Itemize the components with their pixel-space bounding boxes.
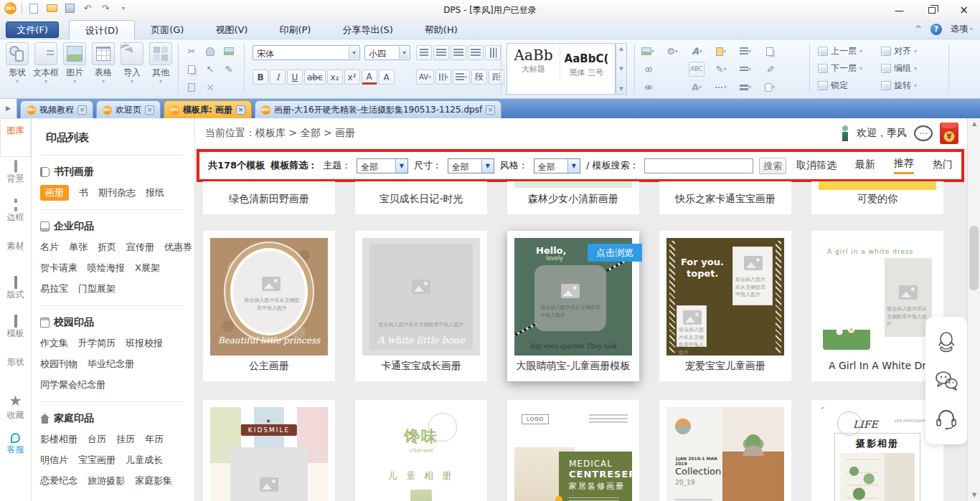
link-baby-album[interactable]: 宝宝画册 [78,454,116,467]
superscript-button[interactable]: x² [344,70,360,85]
menu-help[interactable]: 帮助(H) [409,20,473,39]
menu-share-export[interactable]: 分享导出(S) [326,20,408,39]
strikethrough-button[interactable]: abc [304,70,326,85]
link-postcard[interactable]: 明信片 [40,454,68,467]
template-card-pet-baby[interactable]: For you. topet. 双击插入图片或从左侧图库中拖入图片 双击插入图片… [659,231,791,381]
link-studio-album[interactable]: 影楼相册 [40,433,77,446]
align-justify-button[interactable] [468,45,484,60]
style-preset-heiti[interactable]: AaBbC( 黑体 三号 [560,44,613,82]
menu-view[interactable]: 视图(V) [199,20,263,39]
size-select[interactable]: 全部▼ [448,158,494,173]
rail-item-favorites[interactable]: ★收藏 [0,389,31,428]
subscript-button[interactable]: x₂ [327,70,343,85]
template-card-chanwei[interactable]: 馋味 chanwei 儿 童 相 册 [355,400,487,501]
table-tool-button[interactable]: 表格 ▾ [89,42,118,85]
link-greeting-card[interactable]: 贺卡请柬 [40,262,77,275]
rail-item-material[interactable]: 素材 [0,234,31,273]
sort-newest[interactable]: 最新 [855,158,875,173]
template-search-input[interactable] [644,158,753,173]
link-family-album[interactable]: 家庭影集 [135,474,172,487]
menu-page[interactable]: 页面(G) [135,20,199,39]
style-preset-heading[interactable]: AaBb 大标题 [507,44,560,82]
template-card-cartoon-baby[interactable]: 双击插入图片或从左侧图库中拖入图片 A white little bone 卡通… [355,231,487,381]
menu-design[interactable]: 设计(D) [69,20,135,39]
picture-replace-button[interactable] [221,44,237,59]
minimize-button[interactable]: — [883,0,915,20]
line-color-button[interactable]: ✎▾ [713,62,729,77]
align-left-button[interactable] [416,45,432,60]
collapse-ribbon-button[interactable]: ^ [915,24,922,34]
link-class-paper[interactable]: 班报校报 [126,337,163,350]
image-tool-button[interactable]: 图片 ▾ [60,42,89,85]
rail-item-gallery[interactable]: 图库 [0,118,31,157]
char-spacing-button[interactable]: AV▾ [416,70,434,85]
select-tool-button[interactable]: ↖ [202,62,218,77]
link-x-banner[interactable]: X展架 [135,262,160,275]
paste-button[interactable] [184,80,199,95]
hyperlink-button[interactable]: oo [640,62,656,77]
link-desk-calendar[interactable]: 台历 [88,433,106,446]
template-card-white-dress[interactable]: A girl in a white dress 双击插入图片或从左侧图库中拖入图… [811,231,943,381]
browse-template-button[interactable]: 点击浏览 [588,244,642,262]
link-child-growth[interactable]: 儿童成长 [126,454,163,467]
template-card-princess[interactable]: 双击插入图片或从左侧图库中拖入图片 Beautiful little princ… [203,231,335,381]
scroll-down-button[interactable]: ▼ [968,490,980,501]
import-tool-button[interactable]: 导入 ▾ [118,42,146,85]
columns-button[interactable]: ▾ [453,70,470,85]
link-business-card[interactable]: 名片 [40,241,59,254]
line-spacing-button[interactable]: ▾ [435,70,451,85]
message-bubble-icon[interactable]: ⋯ [914,125,933,141]
vertical-text-button[interactable] [485,45,501,60]
format-brush-button[interactable]: ✎ [762,62,778,77]
textbox-tool-button[interactable]: 文本框 ▾ [32,42,60,85]
link-resume[interactable]: 升学简历 [78,337,116,350]
spacing-settings-button[interactable]: 距 [489,70,504,85]
close-tab-icon[interactable]: × [486,105,495,115]
dash-style-button[interactable]: ▾ [713,80,729,95]
style-select[interactable]: 全部▼ [534,158,580,173]
link-album-active[interactable]: 画册 [40,185,69,201]
link-flyer[interactable]: 单张 [69,241,88,254]
tab-template-library[interactable]: DPS 模板库: 画册 × [164,100,252,118]
link-journal[interactable]: 期刊杂志 [98,186,136,199]
effects-button[interactable]: ⚙▾ [664,44,680,59]
italic-button[interactable]: I [270,70,286,85]
search-button[interactable]: 搜索 [759,158,786,174]
align-right-button[interactable] [451,45,466,60]
template-card[interactable]: 快乐之家卡通宝宝画册 [659,181,791,214]
shape-tool-button[interactable]: 形状 ▾ [3,42,32,85]
link-essay-collection[interactable]: 作文集 [40,337,68,350]
template-card-life[interactable]: LIFE LIFE PHOTOGRAPHY 摄影相册 [811,400,943,501]
rail-item-border[interactable]: 边框 [0,196,31,234]
link-wall-calendar[interactable]: 挂历 [116,433,135,446]
link-campus-publication[interactable]: 校园刊物 [40,358,77,371]
rail-item-layout[interactable]: 版式 [0,273,31,312]
menu-print[interactable]: 印刷(P) [263,20,326,39]
options-button[interactable]: 选项▾ [951,23,973,35]
close-tab-icon[interactable]: × [236,105,245,115]
template-card[interactable]: 绿色清新田野画册 [203,181,335,214]
tab-album-document[interactable]: DPS 画册-大16开硬壳精装-生活摄影集190513-1125.dpsf × [255,100,501,118]
template-card-medical[interactable]: LOGO MEDICAL CENTRESERV 家居装修画册 [507,400,639,501]
link-rollup[interactable]: 易拉宝 [40,282,68,295]
paragraph-settings-button[interactable]: 段 [471,70,487,85]
template-card[interactable]: 森林少女小清新画册 [507,181,639,214]
template-card-big-eyes[interactable]: Hello, lovely 双击插入图片或从左侧图库中拖入图片 Big eyes… [507,231,639,381]
link-love-memorial[interactable]: 恋爱纪念 [40,474,77,487]
link-brochure[interactable]: 宣传册 [126,241,154,254]
style-gallery-scrollbar[interactable]: ▲ ▼ ▼ [616,43,627,95]
template-card[interactable]: 宝贝成长日记-时光 [355,181,487,214]
other-tool-button[interactable]: 其他 ▾ [146,42,175,85]
sort-recommended[interactable]: 推荐 [894,157,914,174]
theme-select[interactable]: 全部▼ [357,158,408,173]
cut-button[interactable]: ✂ [184,44,199,59]
font-size-select[interactable]: 小四 ▾ [364,45,410,60]
breadcrumb[interactable]: 当前位置：模板库 > 全部 > 画册 [205,127,355,140]
copy-style-button[interactable] [762,44,778,59]
close-tab-icon[interactable]: × [145,105,154,115]
template-card-collection[interactable]: 1JAN 2019-1 MAR 2019 Collection 20_19 [659,400,791,501]
collapse-sidebar-button[interactable]: ▶ [0,99,17,118]
qq-icon[interactable] [934,330,958,354]
link-graduation-album[interactable]: 毕业纪念册 [88,358,134,371]
tab-video-tutorial[interactable]: DPS 视频教程 × [20,100,93,118]
